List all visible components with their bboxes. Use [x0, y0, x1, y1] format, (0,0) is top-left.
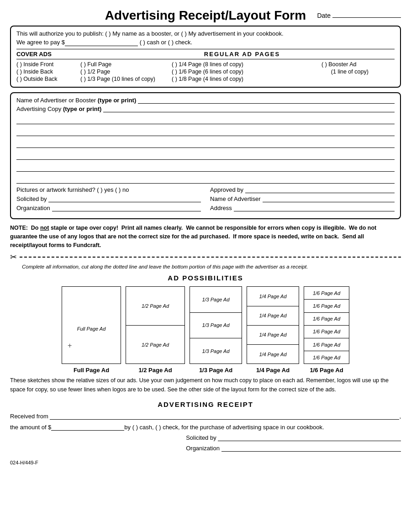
regular-option-halfpage: ( ) 1/2 Page: [80, 68, 172, 75]
solicited-label: Solicited by: [16, 195, 47, 202]
ad-possibilities-title: AD POSSIBILITIES: [10, 274, 401, 282]
pay-label: We agree to pay $: [16, 39, 65, 46]
crosshair-icon: +: [68, 342, 72, 350]
sixth-seg-5: 1/6 Page Ad: [304, 338, 349, 351]
organization-field: [52, 205, 201, 211]
full-page-col-label: Full Page Ad: [74, 367, 109, 374]
address-row: Address: [210, 205, 395, 211]
bottom-left-fields: Pictures or artwork furnished? ( ) yes (…: [16, 186, 201, 214]
sixth-page-diagram: 1/6 Page Ad 1/6 Page Ad 1/6 Page Ad 1/6 …: [304, 286, 349, 374]
quarter-page-box: 1/4 Page Ad 1/4 Page Ad 1/4 Page Ad 1/4 …: [247, 286, 299, 364]
advertising-copy-row: Advertising Copy (type or print): [16, 105, 395, 112]
address-field: [234, 205, 395, 211]
regular-ads-header: REGULAR AD PAGES: [90, 51, 395, 58]
organization-label: Organization: [16, 205, 50, 211]
full-page-box: Full Page Ad +: [62, 286, 121, 364]
copy-line-4: [16, 151, 395, 160]
quarter-seg-2: 1/4 Page Ad: [247, 306, 299, 326]
third-seg-3: 1/3 Page Ad: [190, 338, 242, 363]
half-page-diagram: 1/2 Page Ad 1/2 Page Ad 1/2 Page Ad: [126, 286, 185, 374]
solicited-receipt-label: Solicited by: [186, 434, 216, 441]
pay-line: We agree to pay $ ( ) cash or ( ) check.: [16, 39, 395, 46]
organization-receipt-field: [221, 445, 401, 452]
sixth-seg-2: 1/6 Page Ad: [304, 300, 349, 312]
bottom-fields-section: Pictures or artwork furnished? ( ) yes (…: [16, 186, 395, 214]
advertising-copy-label: Advertising Copy (type or print): [16, 105, 101, 112]
cover-option-3: ( ) Outside Back: [16, 76, 80, 82]
solicited-by-receipt-row: Solicited by: [186, 434, 401, 441]
cover-option-1: ( ) Inside Front: [16, 61, 80, 68]
third-seg-1: 1/3 Page Ad: [190, 287, 242, 312]
approved-label: Approved by: [210, 186, 243, 193]
full-page-label: Full Page Ad: [76, 287, 107, 363]
description-text: These sketches show the relative sizes o…: [10, 376, 401, 394]
authorize-line: This will authorize you to publish: ( ) …: [16, 30, 395, 37]
amount-row: the amount of $ by ( ) cash, ( ) check, …: [10, 423, 401, 431]
amount-field: [51, 423, 124, 431]
cover-option-2: ( ) Inside Back: [16, 68, 80, 75]
approved-field: [245, 187, 395, 193]
solicited-receipt-field: [218, 435, 401, 441]
regular-option-eighthpage: ( ) 1/8 Page (4 lines of copy): [172, 76, 321, 82]
advertising-copy-field: [103, 106, 395, 112]
sixth-page-box: 1/6 Page Ad 1/6 Page Ad 1/6 Page Ad 1/6 …: [304, 286, 349, 364]
pictures-row: Pictures or artwork furnished? ( ) yes (…: [16, 186, 201, 193]
name-advertiser-right-field: [263, 196, 395, 202]
scissors-line: ✂: [10, 252, 401, 262]
scissors-icon: ✂: [10, 252, 17, 262]
page-title: Advertising Receipt/Layout Form: [105, 8, 306, 23]
note-section: NOTE: Do not staple or tape over copy! P…: [10, 224, 401, 249]
name-advertiser-label: Name of Advertiser or Booster (type or p…: [16, 97, 136, 104]
organization-receipt-label: Organization: [186, 445, 220, 452]
mid-form-section: Name of Advertiser or Booster (type or p…: [10, 92, 401, 219]
copy-line-6: [16, 174, 395, 184]
approved-by-row: Approved by: [210, 186, 395, 193]
regular-option-thirdpage: ( ) 1/3 Page (10 lines of copy): [80, 76, 172, 82]
copy-line-2: [16, 127, 395, 136]
booster-note: (1 line of copy): [321, 68, 395, 75]
pay-suffix: ( ) cash or ( ) check.: [140, 39, 193, 46]
third-page-col-label: 1/3 Page Ad: [199, 367, 232, 374]
quarter-page-col-label: 1/4 Page Ad: [256, 367, 290, 374]
solicited-field: [48, 196, 201, 202]
full-page-diagram: Full Page Ad + Full Page Ad: [62, 286, 121, 374]
copy-line-3: [16, 139, 395, 148]
third-page-box: 1/3 Page Ad 1/3 Page Ad 1/3 Page Ad: [190, 286, 242, 364]
received-from-row: Received from ,: [10, 413, 401, 420]
receipt-subtext: Complete all information, cut along the …: [22, 264, 401, 269]
received-from-field: [50, 413, 399, 420]
name-advertiser-right-row: Name of Advertiser: [210, 195, 395, 202]
regular-option-booster: ( ) Booster Ad: [321, 61, 395, 68]
address-label: Address: [210, 205, 232, 211]
sixth-seg-4: 1/6 Page Ad: [304, 326, 349, 338]
solicited-by-row: Solicited by: [16, 195, 201, 202]
regular-col4: ( ) Booster Ad (1 line of copy): [321, 61, 395, 82]
name-advertiser-field: [138, 97, 395, 104]
section-headers-row: COVER ADS REGULAR AD PAGES: [16, 49, 395, 59]
ad-options-row: ( ) Inside Front ( ) Inside Back ( ) Out…: [16, 61, 395, 82]
date-field: Date: [317, 12, 401, 19]
copy-line-5: [16, 163, 395, 172]
organization-receipt-row: Organization: [186, 445, 401, 452]
organization-row: Organization: [16, 205, 201, 211]
regular-option-sixthpage: ( ) 1/6 Page (6 lines of copy): [172, 68, 321, 75]
copy-lines-section: [16, 115, 395, 184]
sixth-page-col-label: 1/6 Page Ad: [310, 367, 343, 374]
footer-code: 024-H/449-F: [10, 460, 401, 465]
third-page-diagram: 1/3 Page Ad 1/3 Page Ad 1/3 Page Ad 1/3 …: [190, 286, 242, 374]
ad-diagrams-section: Full Page Ad + Full Page Ad 1/2 Page Ad …: [10, 286, 401, 374]
amount-suffix: by ( ) cash, ( ) check, for the purchase…: [124, 424, 324, 431]
half-page-col-label: 1/2 Page Ad: [138, 367, 172, 374]
note-bold: NOTE: Do not staple or tape over copy! P…: [10, 225, 376, 248]
amount-label: the amount of $: [10, 424, 51, 431]
regular-col2: ( ) Full Page ( ) 1/2 Page ( ) 1/3 Page …: [80, 61, 172, 82]
copy-line-1: [16, 115, 395, 124]
third-seg-2: 1/3 Page Ad: [190, 313, 242, 338]
name-advertiser-right-label: Name of Advertiser: [210, 195, 261, 202]
regular-option-fullpage: ( ) Full Page: [80, 61, 172, 68]
quarter-seg-3: 1/4 Page Ad: [247, 326, 299, 345]
regular-col3: ( ) 1/4 Page (8 lines of copy) ( ) 1/6 P…: [172, 61, 321, 82]
half-seg-1: 1/2 Page Ad: [126, 287, 184, 326]
quarter-seg-1: 1/4 Page Ad: [247, 287, 299, 306]
sixth-seg-6: 1/6 Page Ad: [304, 351, 349, 363]
